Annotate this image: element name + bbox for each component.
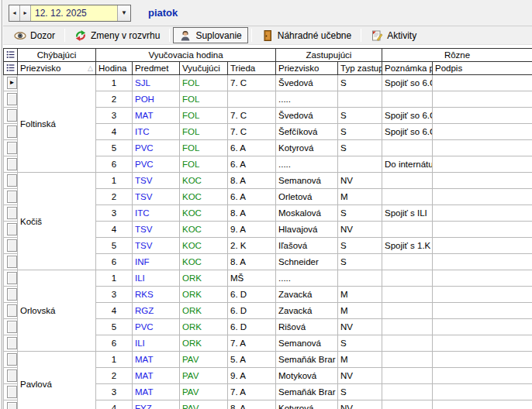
cell-podpis[interactable] [433,173,532,189]
row-selector[interactable] [4,108,18,124]
row-selector[interactable] [4,222,18,238]
cell-poznamka[interactable] [382,384,433,400]
date-input[interactable]: 12. 12. 2025 [31,5,117,21]
cell-typ-zastup[interactable]: NV [338,173,382,189]
cell-trieda[interactable]: 2. K [228,238,276,254]
cell-hodina[interactable]: 3 [96,384,133,400]
cell-trieda[interactable]: 8. A [228,205,276,222]
cell-hodina[interactable]: 3 [96,108,133,124]
cell-poznamka[interactable] [382,319,433,335]
cell-trieda[interactable]: MŠ [228,270,276,287]
cell-predmet[interactable]: PVC [133,140,180,156]
cell-trieda[interactable]: 9. A [228,368,276,384]
cell-zastupujuci[interactable]: Motyková [276,368,338,384]
row-selector[interactable] [4,189,18,205]
cell-vyucujuci[interactable]: KOC [180,173,228,189]
cell-vyucujuci[interactable]: FOL [180,156,228,173]
cell-zastupujuci[interactable]: Kotyrová [276,400,338,409]
cell-poznamka[interactable]: Spojiť so 6.C [382,75,433,91]
row-selector[interactable] [4,156,18,173]
grid-menu-button[interactable] [4,62,18,75]
cell-zastupujuci[interactable]: Semanová [276,335,338,352]
row-selector[interactable] [4,238,18,254]
cell-typ-zastup[interactable]: M [338,189,382,205]
cell-typ-zastup[interactable]: NV [338,319,382,335]
col-header-hodina[interactable]: Hodina [96,62,133,75]
cell-zastupujuci[interactable]: Semanová [276,173,338,189]
cell-typ-zastup[interactable]: S [338,108,382,124]
cell-trieda[interactable]: 8. A [228,400,276,409]
cell-hodina[interactable]: 3 [96,205,133,222]
cell-predmet[interactable]: ITC [133,124,180,140]
row-selector[interactable]: ► [4,75,18,91]
cell-typ-zastup[interactable]: M [338,287,382,303]
cell-podpis[interactable] [433,254,532,270]
cell-typ-zastup[interactable]: S [338,384,382,400]
cell-zastupujuci[interactable]: Semaňák Brar [276,352,338,368]
row-selector[interactable] [4,91,18,108]
cell-poznamka[interactable] [382,270,433,287]
missing-teacher-cell[interactable]: Pavlová [18,352,96,409]
cell-zastupujuci[interactable]: ..... [276,270,338,287]
cell-podpis[interactable] [433,238,532,254]
cell-hodina[interactable]: 2 [96,91,133,108]
cell-typ-zastup[interactable]: NV [338,400,382,409]
cell-trieda[interactable]: 8. A [228,254,276,270]
row-selector[interactable] [4,303,18,319]
cell-poznamka[interactable] [382,91,433,108]
cell-predmet[interactable]: PVC [133,319,180,335]
cell-vyucujuci[interactable]: PAV [180,352,228,368]
cell-zastupujuci[interactable]: Zavacká [276,303,338,319]
cell-vyucujuci[interactable]: KOC [180,238,228,254]
cell-zastupujuci[interactable]: Šefčíková [276,124,338,140]
cell-zastupujuci[interactable]: ..... [276,91,338,108]
cell-zastupujuci[interactable]: Moskalová [276,205,338,222]
cell-predmet[interactable]: MAT [133,108,180,124]
cell-podpis[interactable] [433,108,532,124]
cell-hodina[interactable]: 4 [96,222,133,238]
col-header-vyucujuci[interactable]: Vyučujúci [180,62,228,75]
date-next-button[interactable]: ▸ [20,5,31,21]
cell-poznamka[interactable] [382,173,433,189]
cell-typ-zastup[interactable]: S [338,238,382,254]
row-selector[interactable] [4,335,18,352]
col-header-poznamka-pre[interactable]: Poznámka pre [382,62,433,75]
row-selector[interactable] [4,400,18,409]
cell-vyucujuci[interactable]: ORK [180,303,228,319]
cell-typ-zastup[interactable]: S [338,140,382,156]
cell-poznamka[interactable]: Spojiť so 6.C [382,124,433,140]
cell-vyucujuci[interactable]: KOC [180,205,228,222]
tab-aktivity[interactable]: Aktivity [364,27,423,43]
cell-zastupujuci[interactable]: Orletová [276,189,338,205]
cell-typ-zastup[interactable]: M [338,303,382,319]
cell-hodina[interactable]: 4 [96,124,133,140]
cell-poznamka[interactable] [382,352,433,368]
missing-teacher-cell[interactable]: Kočiš [18,173,96,270]
cell-trieda[interactable] [228,91,276,108]
cell-typ-zastup[interactable]: NV [338,222,382,238]
cell-podpis[interactable] [433,140,532,156]
row-selector[interactable] [4,270,18,287]
cell-predmet[interactable]: FYZ [133,400,180,409]
cell-poznamka[interactable] [382,368,433,384]
cell-vyucujuci[interactable]: ORK [180,287,228,303]
cell-trieda[interactable]: 6. A [228,189,276,205]
cell-vyucujuci[interactable]: FOL [180,91,228,108]
cell-podpis[interactable] [433,156,532,173]
cell-trieda[interactable]: 6. A [228,156,276,173]
cell-hodina[interactable]: 3 [96,287,133,303]
cell-trieda[interactable]: 5. A [228,352,276,368]
date-prev-button[interactable]: ◂ [9,5,20,21]
cell-trieda[interactable]: 6. D [228,303,276,319]
cell-typ-zastup[interactable] [338,91,382,108]
cell-trieda[interactable]: 8. A [228,173,276,189]
cell-podpis[interactable] [433,205,532,222]
cell-typ-zastup[interactable]: NV [338,368,382,384]
cell-zastupujuci[interactable]: Zavacká [276,287,338,303]
cell-podpis[interactable] [433,222,532,238]
cell-trieda[interactable]: 6. D [228,287,276,303]
cell-hodina[interactable]: 5 [96,140,133,156]
cell-vyucujuci[interactable]: PAV [180,384,228,400]
cell-trieda[interactable]: 6. A [228,140,276,156]
cell-vyucujuci[interactable]: FOL [180,140,228,156]
